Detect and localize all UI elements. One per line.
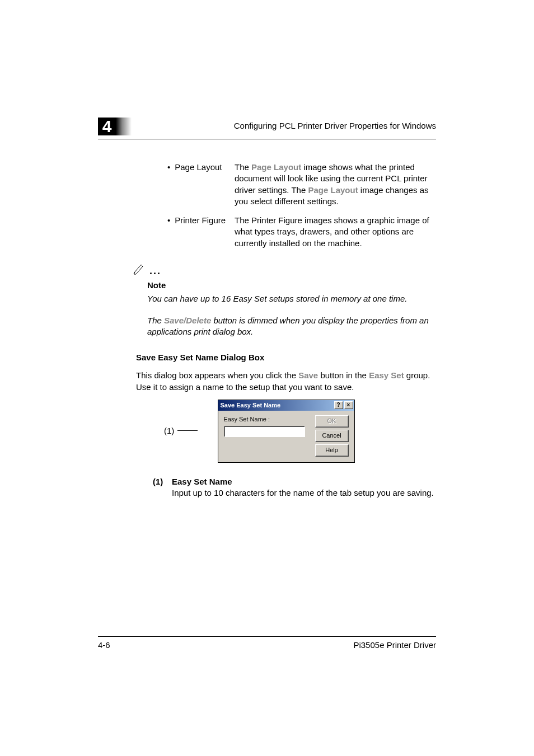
dialog-left: Easy Set Name :: [224, 415, 310, 457]
product-name: Pi3505e Printer Driver: [353, 640, 436, 650]
text: The: [235, 162, 251, 172]
note-text-2: The Save/Delete button is dimmed when yo…: [147, 315, 436, 338]
cancel-button[interactable]: Cancel: [315, 430, 349, 442]
dialog-figure: (1) Save Easy Set Name ? × Easy Set Name…: [136, 400, 436, 463]
help-icon[interactable]: ?: [334, 401, 343, 409]
chapter-number: 4: [98, 118, 116, 135]
dialog-body: Easy Set Name : OK Cancel Help: [218, 411, 354, 462]
page-content: 4 Configuring PCL Printer Driver Propert…: [0, 0, 534, 499]
bullet-printer-figure: Printer Figure The Printer Figure images…: [167, 215, 436, 249]
help-button[interactable]: Help: [315, 444, 349, 457]
footer-rule: [98, 636, 436, 637]
note-dots: ...: [149, 265, 161, 276]
main-content: Page Layout The Page Layout image shows …: [98, 139, 436, 499]
save-delete-term: Save/Delete: [164, 316, 211, 325]
footer: 4-6 Pi3505e Printer Driver: [98, 636, 436, 650]
easy-set-name-input[interactable]: [224, 426, 305, 437]
page-layout-term: Page Layout: [251, 162, 301, 172]
text: The: [147, 316, 164, 325]
text: This dialog box appears when you click t…: [136, 370, 298, 380]
save-term: Save: [298, 370, 318, 380]
definition-title: Easy Set Name: [172, 476, 436, 487]
definition-text: Input up to 10 characters for the name o…: [172, 487, 436, 499]
chapter-badge: 4: [98, 118, 132, 135]
note-text-1: You can have up to 16 Easy Set setups st…: [147, 293, 436, 304]
dialog-buttons: OK Cancel Help: [315, 415, 349, 457]
close-icon[interactable]: ×: [344, 401, 353, 409]
ok-button[interactable]: OK: [315, 415, 349, 428]
definition-row: (1) Easy Set Name Input up to 10 charact…: [153, 476, 436, 499]
bullet-label-text: Page Layout: [175, 162, 222, 172]
bullet-page-layout: Page Layout The Page Layout image shows …: [167, 162, 436, 207]
note-title: Note: [147, 280, 436, 291]
save-easy-set-dialog: Save Easy Set Name ? × Easy Set Name : O…: [218, 400, 355, 463]
note-block: ... Note You can have up to 16 Easy Set …: [136, 262, 436, 337]
callout-1: (1): [164, 425, 198, 436]
chapter-gradient: [116, 118, 132, 135]
pencil-icon: ...: [133, 262, 436, 278]
section-body: This dialog box appears when you click t…: [136, 370, 436, 393]
bullet-label-text: Printer Figure: [175, 215, 226, 225]
dialog-title: Save Easy Set Name: [221, 401, 333, 410]
page-layout-term: Page Layout: [308, 185, 358, 195]
dialog-titlebar: Save Easy Set Name ? ×: [218, 400, 354, 411]
bullet-desc: The Page Layout image shows what the pri…: [235, 162, 436, 207]
header-row: 4 Configuring PCL Printer Driver Propert…: [98, 118, 436, 135]
callout-number: (1): [164, 425, 174, 436]
definition-number: (1): [153, 476, 172, 499]
text: button in the: [318, 370, 369, 380]
bullet-label: Printer Figure: [167, 215, 235, 249]
easy-set-name-label: Easy Set Name :: [224, 415, 310, 424]
page-number: 4-6: [98, 640, 353, 650]
header-title: Configuring PCL Printer Driver Propertie…: [234, 121, 436, 133]
callout-line: [177, 430, 198, 431]
bullet-label: Page Layout: [167, 162, 235, 207]
footer-row: 4-6 Pi3505e Printer Driver: [98, 640, 436, 650]
definition-body: Easy Set Name Input up to 10 characters …: [172, 476, 436, 499]
section-title: Save Easy Set Name Dialog Box: [136, 352, 436, 363]
bullet-desc: The Printer Figure images shows a graphi…: [235, 215, 436, 249]
easy-set-term: Easy Set: [369, 370, 404, 380]
